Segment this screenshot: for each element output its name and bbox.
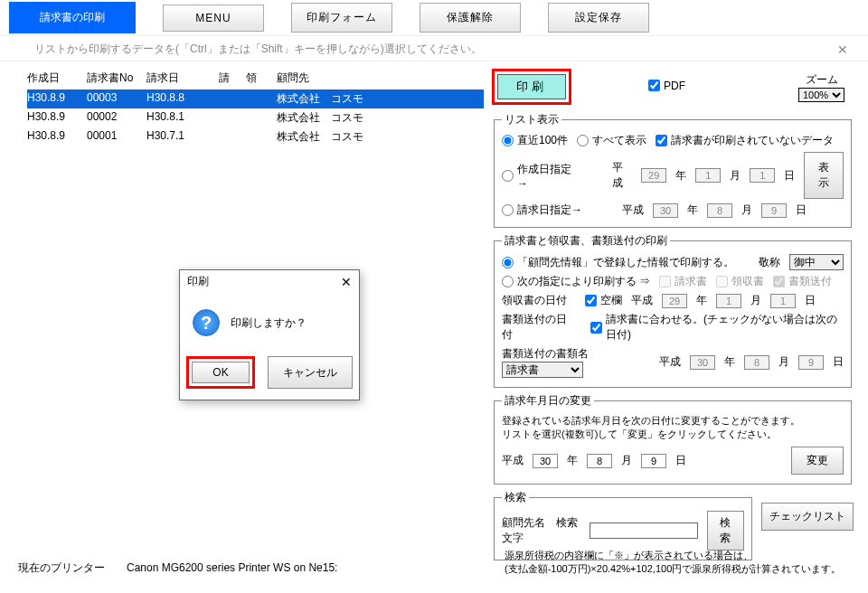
docs-print-group: 請求書と領収書、書類送付の印刷 「顧問先情報」で登録した情報で印刷する。 敬称 … bbox=[494, 233, 852, 388]
created-month[interactable] bbox=[695, 168, 721, 183]
receipt-year[interactable] bbox=[662, 294, 687, 308]
doc-year[interactable] bbox=[690, 355, 715, 370]
table-header: 作成日 請求書No 請求日 請 領 顧問先 bbox=[27, 69, 484, 89]
change-date-group: 請求年月日の変更 登録されている請求年月日を次の日付に変更することができます。 … bbox=[494, 393, 852, 485]
chk-receipt[interactable]: 領収書 bbox=[716, 274, 764, 289]
doc-day[interactable] bbox=[798, 355, 824, 370]
question-icon: ? bbox=[193, 309, 220, 336]
col-ryo: 領 bbox=[246, 69, 277, 88]
print-invoice-button[interactable]: 請求書の印刷 bbox=[9, 2, 136, 33]
checklist-button[interactable]: チェックリスト bbox=[761, 503, 854, 531]
doc-month[interactable] bbox=[744, 355, 769, 370]
footnote: 源泉所得税の内容欄に「※」が表示されている場合は、 (支払金額-100万円)×2… bbox=[505, 549, 841, 576]
change-year[interactable] bbox=[533, 454, 558, 468]
table-row[interactable]: H30.8.9 00003 H30.8.8 株式会社 コスモ bbox=[27, 89, 484, 108]
radio-created-range[interactable]: 作成日指定→ bbox=[502, 162, 575, 190]
ok-button[interactable]: OK bbox=[192, 362, 249, 383]
col-billed: 請求日 bbox=[146, 69, 219, 88]
show-button[interactable]: 表示 bbox=[804, 152, 844, 199]
change-month[interactable] bbox=[587, 454, 612, 468]
pdf-checkbox[interactable]: PDF bbox=[648, 80, 685, 92]
receipt-month[interactable] bbox=[716, 294, 741, 308]
save-settings-button[interactable]: 設定保存 bbox=[548, 3, 649, 33]
col-customer: 顧問先 bbox=[277, 69, 458, 88]
radio-recent100[interactable]: 直近100件 bbox=[502, 133, 568, 148]
menu-button[interactable]: MENU bbox=[163, 5, 264, 32]
print-highlight: 印刷 bbox=[492, 69, 571, 105]
col-no: 請求書No bbox=[87, 69, 146, 88]
invoice-table: 作成日 請求書No 請求日 請 領 顧問先 H30.8.9 00003 H30.… bbox=[27, 69, 484, 146]
billed-month[interactable] bbox=[707, 203, 732, 218]
close-icon[interactable]: ✕ bbox=[837, 42, 850, 57]
radio-use-customer-info[interactable]: 「顧問先情報」で登録した情報で印刷する。 bbox=[502, 255, 734, 270]
chk-match-invoice[interactable]: 請求書に合わせる。(チェックがない場合は次の日付) bbox=[590, 312, 844, 343]
chk-docsend[interactable]: 書類送付 bbox=[773, 274, 832, 289]
ok-highlight: OK bbox=[186, 356, 254, 389]
print-form-button[interactable]: 印刷フォーム bbox=[291, 3, 392, 33]
created-year[interactable] bbox=[641, 168, 666, 183]
honorific-select[interactable]: 御中 bbox=[789, 254, 844, 270]
chk-invoice[interactable]: 請求書 bbox=[659, 274, 707, 289]
zoom-label: ズーム bbox=[798, 72, 844, 88]
dialog-message: 印刷しますか？ bbox=[231, 315, 307, 331]
list-display-group: リスト表示 直近100件 すべて表示 請求書が印刷されていないデータ 作成日指定… bbox=[494, 112, 852, 228]
created-day[interactable] bbox=[750, 168, 775, 183]
dialog-close-icon[interactable]: ✕ bbox=[341, 275, 352, 289]
chk-unprinted[interactable]: 請求書が印刷されていないデータ bbox=[656, 133, 834, 148]
radio-all[interactable]: すべて表示 bbox=[577, 133, 646, 148]
current-printer: 現在のプリンター Canon MG6200 series Printer WS … bbox=[18, 560, 337, 576]
billed-year[interactable] bbox=[653, 203, 678, 218]
unprotect-button[interactable]: 保護解除 bbox=[420, 3, 521, 33]
billed-day[interactable] bbox=[761, 203, 787, 218]
change-day[interactable] bbox=[641, 454, 666, 468]
receipt-day[interactable] bbox=[770, 294, 796, 308]
col-created: 作成日 bbox=[27, 69, 87, 88]
radio-specify[interactable]: 次の指定により印刷する ⇒ bbox=[502, 274, 650, 289]
change-button[interactable]: 変更 bbox=[791, 447, 844, 475]
radio-billed-range[interactable]: 請求日指定→ bbox=[502, 202, 582, 218]
print-dialog: 印刷 ✕ ? 印刷しますか？ OK キャンセル bbox=[179, 269, 360, 400]
search-button[interactable]: 検索 bbox=[707, 511, 744, 551]
zoom-select[interactable]: 100% bbox=[798, 88, 844, 102]
search-input[interactable] bbox=[590, 522, 698, 539]
chk-blank[interactable]: 空欄 bbox=[585, 293, 622, 308]
col-sei: 請 bbox=[219, 69, 246, 88]
print-button[interactable]: 印刷 bbox=[497, 74, 566, 99]
instruction-text: リストから印刷するデータを(「Ctrl」または「Shift」キーを押しながら)選… bbox=[0, 42, 482, 57]
table-row[interactable]: H30.8.9 00002 H30.8.1 株式会社 コスモ bbox=[27, 108, 484, 127]
dialog-title: 印刷 bbox=[187, 274, 209, 289]
cancel-button[interactable]: キャンセル bbox=[268, 356, 353, 389]
doc-name-select[interactable]: 請求書 bbox=[502, 362, 583, 378]
table-row[interactable]: H30.8.9 00001 H30.7.1 株式会社 コスモ bbox=[27, 127, 484, 146]
